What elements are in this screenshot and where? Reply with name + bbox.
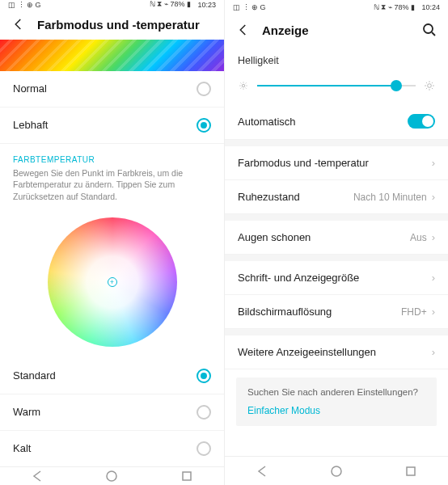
- topbar: Anzeige: [225, 15, 448, 45]
- svg-point-4: [428, 84, 432, 88]
- preset-label: Standard: [13, 369, 197, 382]
- mode-label: Lebhaft: [13, 119, 197, 131]
- brightness-label: Helligkeit: [225, 45, 448, 71]
- topbar: Farbmodus und -temperatur: [0, 9, 224, 40]
- nav-home-icon[interactable]: [105, 470, 118, 483]
- sun-small-icon: [238, 80, 249, 91]
- item-label: Farbmodus und -temperatur: [238, 157, 432, 169]
- item-sleep-row[interactable]: Ruhezustand Nach 10 Minuten ›: [225, 180, 448, 214]
- radio-icon: [197, 118, 211, 133]
- back-icon[interactable]: [11, 17, 26, 32]
- chevron-right-icon: ›: [432, 231, 435, 243]
- nav-back-icon[interactable]: [256, 465, 268, 478]
- radio-icon: [197, 82, 211, 96]
- status-bar: ◫ ⋮ ⊕ G ℕ ⧗ ⌁ 78% ▮ 10:24: [225, 0, 448, 15]
- item-label: Augen schonen: [238, 231, 410, 243]
- temperature-description: Bewegen Sie den Punkt im Farbkreis, um d…: [0, 167, 224, 211]
- preset-standard-row[interactable]: Standard: [0, 358, 224, 394]
- item-fontsize-row[interactable]: Schrift- und Anzeigegröße ›: [225, 261, 448, 295]
- chevron-right-icon: ›: [432, 346, 435, 358]
- mode-lebhaft-row[interactable]: Lebhaft: [0, 108, 224, 144]
- item-value: FHD+: [401, 306, 427, 318]
- status-left-icons: ◫ ⋮ ⊕ G: [233, 3, 266, 11]
- item-resolution-row[interactable]: Bildschirmauflösung FHD+ ›: [225, 295, 448, 329]
- divider: [225, 255, 448, 261]
- item-colormode-row[interactable]: Farbmodus und -temperatur ›: [225, 146, 448, 180]
- preset-kalt-row[interactable]: Kalt: [0, 431, 224, 466]
- item-value: Nach 10 Minuten: [353, 192, 427, 203]
- color-wheel-pointer[interactable]: [108, 277, 117, 287]
- radio-icon: [197, 369, 211, 383]
- brightness-row: [225, 71, 448, 103]
- svg-point-5: [332, 466, 341, 476]
- nav-bar: [225, 456, 448, 485]
- chevron-right-icon: ›: [432, 157, 435, 169]
- mode-normal-row[interactable]: Normal: [0, 71, 224, 108]
- color-wheel[interactable]: [48, 217, 177, 347]
- brightness-slider[interactable]: [257, 76, 416, 95]
- svg-point-2: [424, 24, 433, 33]
- preset-label: Warm: [13, 406, 197, 418]
- temperature-header: FARBTEMPERATUR: [0, 144, 224, 167]
- preset-warm-row[interactable]: Warm: [0, 394, 224, 431]
- back-icon[interactable]: [236, 23, 251, 37]
- rainbow-preview: [0, 40, 224, 70]
- auto-brightness-row[interactable]: Automatisch: [225, 103, 448, 140]
- svg-rect-6: [407, 467, 415, 475]
- status-time: 10:24: [421, 3, 440, 11]
- item-value: Aus: [410, 232, 427, 243]
- status-right-icons: ℕ ⧗ ⌁ 78% ▮: [150, 0, 191, 9]
- page-title: Farbmodus und -temperatur: [37, 18, 200, 32]
- svg-point-3: [242, 84, 245, 87]
- svg-point-0: [107, 471, 116, 481]
- nav-home-icon[interactable]: [330, 465, 343, 478]
- status-bar: ◫ ⋮ ⊕ G ℕ ⧗ ⌁ 78% ▮ 10:23: [0, 0, 224, 9]
- radio-icon: [197, 441, 211, 456]
- slider-fill: [257, 85, 396, 86]
- color-wheel-wrap: [0, 211, 224, 358]
- card-link-simple-mode[interactable]: Einfacher Modus: [247, 405, 425, 416]
- nav-back-icon[interactable]: [31, 470, 44, 483]
- divider: [225, 214, 448, 221]
- item-label: Bildschirmauflösung: [238, 306, 401, 318]
- chevron-right-icon: ›: [432, 272, 435, 284]
- svg-rect-1: [183, 472, 191, 480]
- page-title: Anzeige: [262, 23, 309, 37]
- auto-label: Automatisch: [238, 116, 408, 128]
- mode-label: Normal: [13, 82, 197, 95]
- status-left-icons: ◫ ⋮ ⊕ G: [8, 1, 41, 9]
- item-label: Schrift- und Anzeigegröße: [238, 272, 432, 284]
- divider: [225, 329, 448, 335]
- nav-recent-icon[interactable]: [180, 470, 193, 483]
- item-label: Weitere Anzeigeeinstellungen: [238, 346, 432, 358]
- item-moresettings-row[interactable]: Weitere Anzeigeeinstellungen ›: [225, 335, 448, 369]
- nav-recent-icon[interactable]: [404, 465, 417, 478]
- divider: [225, 140, 448, 146]
- search-icon[interactable]: [422, 23, 437, 37]
- slider-thumb[interactable]: [391, 80, 402, 91]
- item-eyecomfort-row[interactable]: Augen schonen Aus ›: [225, 221, 448, 255]
- chevron-right-icon: ›: [432, 191, 435, 203]
- screen-anzeige: ◫ ⋮ ⊕ G ℕ ⧗ ⌁ 78% ▮ 10:24 Anzeige Hellig…: [224, 0, 448, 485]
- item-label: Ruhezustand: [238, 191, 353, 203]
- preset-label: Kalt: [13, 442, 197, 454]
- toggle-switch[interactable]: [408, 114, 435, 129]
- radio-icon: [197, 405, 211, 420]
- status-time: 10:23: [197, 1, 216, 9]
- screen-color-mode: ◫ ⋮ ⊕ G ℕ ⧗ ⌁ 78% ▮ 10:23 Farbmodus und …: [0, 0, 224, 485]
- status-right-icons: ℕ ⧗ ⌁ 78% ▮: [374, 3, 415, 12]
- sun-large-icon: [424, 80, 435, 91]
- suggestion-card: Suchen Sie nach anderen Einstellungen? E…: [236, 377, 437, 426]
- nav-bar: [0, 466, 224, 485]
- card-question: Suchen Sie nach anderen Einstellungen?: [247, 387, 425, 397]
- chevron-right-icon: ›: [432, 306, 435, 318]
